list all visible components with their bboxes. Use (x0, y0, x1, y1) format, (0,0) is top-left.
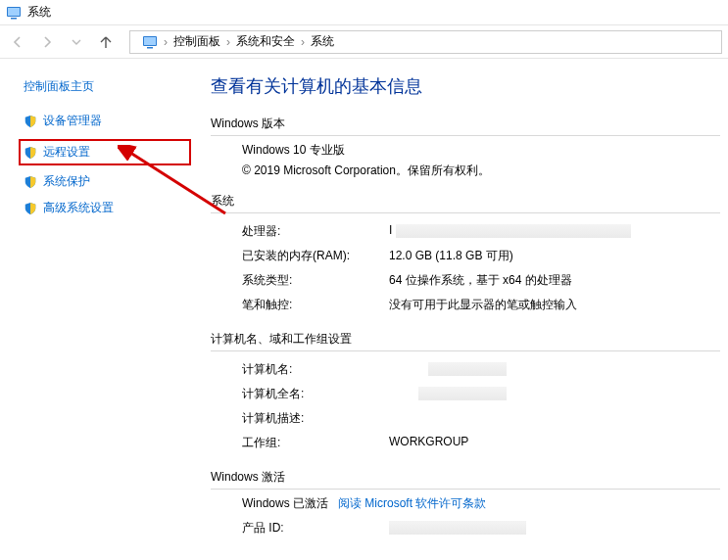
row-product-id: 产品 ID: (211, 516, 720, 540)
row-computer-name: 计算机名: (211, 357, 720, 382)
system-section: 系统 处理器: I 已安装的内存(RAM): 12.0 GB (11.8 GB … (211, 193, 720, 317)
label-system-type: 系统类型: (242, 272, 389, 289)
value-description (389, 410, 720, 427)
row-system-type: 系统类型: 64 位操作系统，基于 x64 的处理器 (211, 268, 720, 293)
row-description: 计算机描述: (211, 406, 720, 431)
up-button[interactable] (94, 30, 118, 54)
activation-status: Windows 已激活 (242, 496, 328, 510)
row-full-name: 计算机全名: (211, 382, 720, 406)
svg-rect-5 (147, 47, 153, 49)
section-title-edition: Windows 版本 (211, 116, 720, 136)
breadcrumb-control-panel[interactable]: 控制面板 (173, 33, 220, 50)
value-system-type: 64 位操作系统，基于 x64 的处理器 (389, 272, 720, 289)
system-icon (142, 34, 158, 50)
row-processor: 处理器: I (211, 219, 720, 244)
shield-icon (24, 115, 37, 128)
control-panel-home-link[interactable]: 控制面板主页 (24, 78, 191, 95)
row-ram: 已安装的内存(RAM): 12.0 GB (11.8 GB 可用) (211, 244, 720, 268)
redacted-block (389, 521, 526, 535)
computer-name-section: 计算机名、域和工作组设置 计算机名: 计算机全名: 计算机描述: 工作组: WO… (211, 331, 720, 455)
sidebar-item-label: 高级系统设置 (43, 200, 114, 216)
edition-name: Windows 10 专业版 (211, 142, 720, 159)
page-title: 查看有关计算机的基本信息 (211, 74, 720, 98)
window-title: 系统 (27, 4, 51, 21)
sidebar-item-remote-settings[interactable]: 远程设置 (19, 139, 191, 165)
forward-button[interactable] (35, 30, 59, 54)
label-pen-touch: 笔和触控: (242, 297, 389, 313)
license-terms-link[interactable]: 阅读 Microsoft 软件许可条款 (338, 496, 486, 510)
label-full-name: 计算机全名: (242, 386, 389, 402)
titlebar: 系统 (0, 0, 728, 25)
sidebar-item-system-protection[interactable]: 系统保护 (24, 173, 191, 190)
sidebar: 控制面板主页 设备管理器 远程设置 系统保护 (0, 59, 191, 560)
recent-dropdown[interactable] (65, 30, 88, 54)
value-computer-name (389, 361, 720, 378)
svg-rect-1 (8, 8, 20, 16)
windows-edition-section: Windows 版本 Windows 10 专业版 © 2019 Microso… (211, 116, 720, 179)
redacted-block (418, 387, 507, 400)
main-panel: 查看有关计算机的基本信息 Windows 版本 Windows 10 专业版 ©… (191, 59, 728, 560)
row-workgroup: 工作组: WORKGROUP (211, 431, 720, 455)
label-workgroup: 工作组: (242, 435, 389, 451)
label-ram: 已安装的内存(RAM): (242, 248, 389, 264)
shield-icon (24, 175, 37, 189)
section-title-name: 计算机名、域和工作组设置 (211, 331, 720, 351)
chevron-right-icon[interactable]: › (226, 35, 230, 49)
value-pen-touch: 没有可用于此显示器的笔或触控输入 (389, 297, 720, 313)
label-computer-name: 计算机名: (242, 361, 389, 378)
label-product-id: 产品 ID: (242, 520, 389, 537)
section-title-activation: Windows 激活 (211, 469, 720, 490)
breadcrumb-system-security[interactable]: 系统和安全 (236, 33, 295, 50)
label-processor: 处理器: (242, 223, 389, 240)
sidebar-item-advanced-settings[interactable]: 高级系统设置 (24, 200, 191, 216)
shield-icon (24, 146, 37, 160)
value-processor: I (389, 223, 720, 240)
address-bar[interactable]: › 控制面板 › 系统和安全 › 系统 (129, 30, 722, 54)
chevron-right-icon[interactable]: › (164, 35, 168, 49)
activation-section: Windows 激活 Windows 已激活 阅读 Microsoft 软件许可… (211, 469, 720, 540)
redacted-block (396, 224, 631, 238)
activation-row: Windows 已激活 阅读 Microsoft 软件许可条款 (211, 495, 720, 512)
sidebar-item-label: 系统保护 (43, 173, 90, 190)
row-pen-touch: 笔和触控: 没有可用于此显示器的笔或触控输入 (211, 293, 720, 317)
redacted-block (428, 362, 507, 376)
chevron-right-icon[interactable]: › (301, 35, 305, 49)
breadcrumb: › 控制面板 › 系统和安全 › 系统 (162, 33, 334, 50)
value-full-name (389, 386, 720, 402)
system-icon (6, 5, 22, 21)
breadcrumb-system[interactable]: 系统 (311, 33, 334, 50)
value-ram: 12.0 GB (11.8 GB 可用) (389, 248, 720, 264)
back-button[interactable] (6, 30, 29, 54)
svg-rect-4 (144, 37, 156, 45)
sidebar-item-device-manager[interactable]: 设备管理器 (24, 113, 191, 129)
navbar: › 控制面板 › 系统和安全 › 系统 (0, 25, 728, 59)
shield-icon (24, 202, 37, 215)
value-workgroup: WORKGROUP (389, 435, 720, 451)
copyright-text: © 2019 Microsoft Corporation。保留所有权利。 (211, 163, 720, 179)
svg-rect-2 (11, 18, 17, 20)
value-product-id (389, 520, 720, 537)
section-title-system: 系统 (211, 193, 720, 213)
sidebar-item-label: 设备管理器 (43, 113, 102, 129)
sidebar-item-label: 远程设置 (43, 144, 90, 161)
label-description: 计算机描述: (242, 410, 389, 427)
